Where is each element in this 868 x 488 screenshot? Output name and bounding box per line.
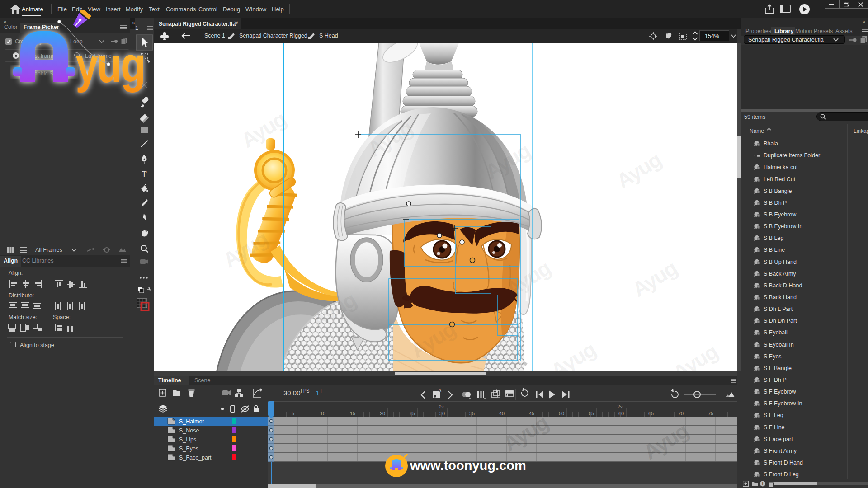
- svg-text:T: T: [142, 170, 147, 179]
- svg-text:1: 1: [316, 389, 319, 397]
- svg-text:F: F: [321, 389, 323, 394]
- svg-text:A: A: [438, 388, 442, 393]
- svg-text:30.00: 30.00: [283, 389, 301, 397]
- svg-text:FPS: FPS: [301, 389, 310, 394]
- svg-text:i: i: [762, 482, 764, 486]
